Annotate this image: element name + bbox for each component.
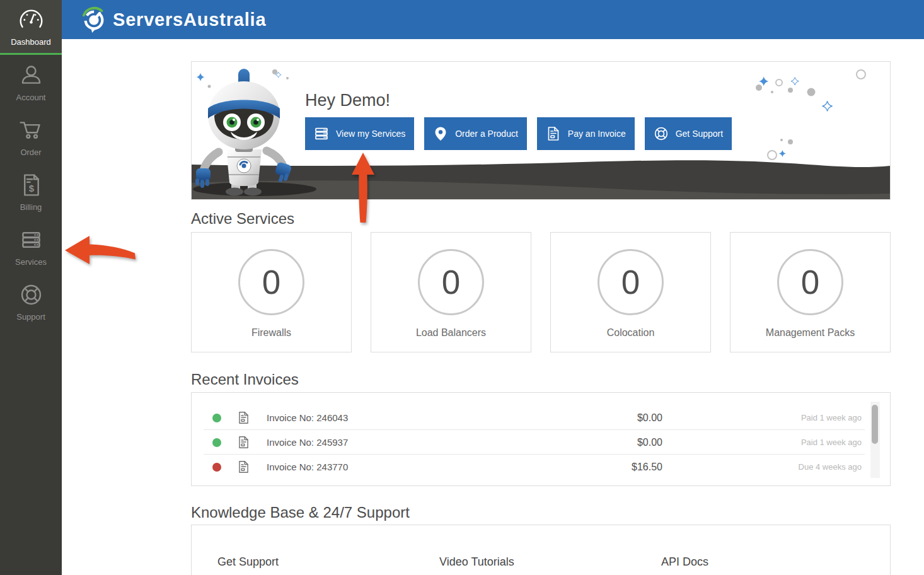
- service-label: Load Balancers: [371, 327, 531, 339]
- service-card-load-balancers[interactable]: 0 Load Balancers: [371, 232, 531, 352]
- topbar: ServersAustralia: [62, 0, 924, 39]
- invoice-number: Invoice No: 243770: [267, 462, 348, 472]
- invoice-age: Due 4 weeks ago: [799, 462, 862, 472]
- greeting: Hey Demo!: [305, 91, 390, 110]
- active-services-cards: 0 Firewalls 0 Load Balancers 0 Colocatio…: [191, 232, 891, 352]
- sidebar-item-dashboard[interactable]: Dashboard: [0, 0, 62, 55]
- brand-name: ServersAustralia: [113, 9, 266, 30]
- service-label: Firewalls: [192, 327, 351, 339]
- knowledge-base-title: Knowledge Base & 24/7 Support: [191, 504, 891, 521]
- service-label: Management Packs: [731, 327, 890, 339]
- count-circle: 0: [418, 249, 484, 315]
- scrollbar-track[interactable]: [870, 402, 880, 478]
- hero-buttons: View my Services Order a Product Pay an …: [305, 117, 732, 150]
- invoice-amount: $0.00: [541, 437, 662, 448]
- kb-column-video-tutorials[interactable]: Video Tutorials: [413, 555, 635, 575]
- invoice-row[interactable]: Invoice No: 245937 $0.00 Paid 1 week ago: [192, 430, 890, 455]
- count-circle: 0: [238, 249, 304, 315]
- sidebar-item-label: Account: [16, 93, 46, 102]
- invoice-icon: [237, 434, 250, 450]
- main-content: Hey Demo! View my Services Order: [191, 39, 891, 575]
- service-count: 0: [801, 263, 819, 301]
- button-label: View my Services: [336, 129, 405, 139]
- sidebar-item-label: Dashboard: [11, 37, 51, 47]
- map-pin-icon: [433, 126, 448, 141]
- service-count: 0: [621, 263, 640, 301]
- invoice-amount: $16.50: [541, 462, 662, 473]
- invoice-amount: $0.00: [541, 412, 662, 424]
- button-label: Get Support: [676, 129, 724, 139]
- user-icon: [18, 62, 44, 88]
- button-label: Order a Product: [455, 129, 518, 139]
- kb-column-get-support[interactable]: Get Support: [192, 555, 413, 575]
- service-count: 0: [262, 263, 280, 301]
- lifering-icon: [654, 126, 669, 141]
- invoice-age: Paid 1 week ago: [801, 438, 862, 447]
- sidebar: Dashboard Account Order $ Billing: [0, 0, 62, 575]
- row-divider: [204, 429, 865, 430]
- service-card-management-packs[interactable]: 0 Management Packs: [730, 232, 891, 352]
- sidebar-item-account[interactable]: Account: [0, 55, 62, 110]
- service-label: Colocation: [551, 327, 710, 339]
- pay-an-invoice-button[interactable]: Pay an Invoice: [537, 117, 635, 150]
- invoice-number: Invoice No: 246043: [267, 412, 348, 423]
- serversaustralia-logo-icon: [81, 6, 107, 33]
- servers-icon: [18, 227, 44, 253]
- invoice-age: Paid 1 week ago: [801, 413, 862, 422]
- kb-column-api-docs[interactable]: API Docs: [635, 555, 857, 575]
- invoice-number: Invoice No: 245937: [267, 437, 348, 448]
- sidebar-item-label: Order: [20, 148, 41, 157]
- invoice-icon: [237, 410, 250, 426]
- servers-icon: [314, 126, 329, 141]
- recent-invoices-title: Recent Invoices: [191, 371, 891, 388]
- service-count: 0: [442, 263, 460, 301]
- sidebar-item-label: Billing: [20, 202, 42, 212]
- sidebar-item-label: Support: [16, 312, 45, 322]
- invoice-row[interactable]: Invoice No: 243770 $16.50 Due 4 weeks ag…: [192, 455, 890, 479]
- button-label: Pay an Invoice: [568, 129, 626, 139]
- invoice-row[interactable]: Invoice No: 246043 $0.00 Paid 1 week ago: [192, 405, 890, 430]
- annotation-arrow-services: [64, 232, 138, 267]
- annotation-arrow-view-services: [350, 151, 376, 224]
- sidebar-item-billing[interactable]: $ Billing: [0, 165, 62, 219]
- sidebar-item-support[interactable]: Support: [0, 274, 62, 329]
- sidebar-item-label: Services: [15, 257, 47, 267]
- invoice-dollar-icon: $: [18, 172, 44, 198]
- banner-wave: [192, 154, 890, 199]
- status-dot-paid: [212, 438, 221, 447]
- sidebar-item-services[interactable]: Services: [0, 219, 62, 274]
- knowledge-base-panel: Get Support Video Tutorials API Docs: [191, 525, 891, 575]
- row-divider: [204, 454, 865, 455]
- view-my-services-button[interactable]: View my Services: [305, 117, 414, 150]
- hero-banner: Hey Demo! View my Services Order: [191, 61, 891, 200]
- brand-logo[interactable]: ServersAustralia: [81, 6, 266, 33]
- active-services-title: Active Services: [191, 210, 891, 228]
- get-support-button[interactable]: Get Support: [645, 117, 732, 150]
- service-card-colocation[interactable]: 0 Colocation: [550, 232, 711, 352]
- recent-invoices-panel: Invoice No: 246043 $0.00 Paid 1 week ago…: [191, 392, 891, 486]
- svg-text:$: $: [28, 183, 34, 194]
- count-circle: 0: [598, 249, 664, 315]
- invoice-icon: [546, 126, 561, 141]
- scrollbar-thumb[interactable]: [872, 405, 878, 444]
- status-dot-paid: [212, 414, 221, 422]
- robot-mascot: [195, 69, 292, 196]
- service-card-firewalls[interactable]: 0 Firewalls: [191, 232, 352, 352]
- count-circle: 0: [777, 249, 843, 315]
- order-a-product-button[interactable]: Order a Product: [424, 117, 527, 150]
- status-dot-due: [212, 463, 221, 472]
- cart-icon: [18, 117, 44, 143]
- gauge-icon: [18, 7, 44, 33]
- sidebar-item-order[interactable]: Order: [0, 110, 62, 165]
- invoice-icon: [237, 459, 250, 475]
- lifering-icon: [18, 282, 44, 308]
